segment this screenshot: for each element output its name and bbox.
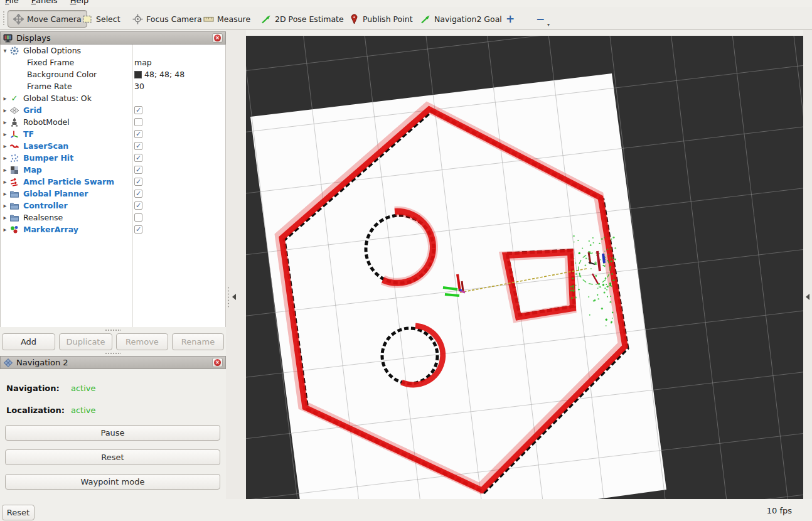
navigation-status-value: active: [71, 384, 96, 393]
localization-status-label: Localization:: [6, 406, 65, 415]
row-global-planner[interactable]: ▸ Global Planner ✓: [1, 188, 225, 200]
splitter-dots: [227, 286, 230, 309]
row-controller[interactable]: ▸ Controller ✓: [1, 200, 225, 212]
collapse-right-icon[interactable]: [806, 294, 809, 300]
navigation2-panel-title: Navigation 2: [16, 358, 68, 367]
expand-arrow-icon[interactable]: ▸: [1, 131, 9, 137]
collapse-arrow-icon[interactable]: ▾: [1, 47, 9, 54]
check-icon: ✓: [9, 94, 19, 104]
visibility-checkbox[interactable]: [134, 118, 142, 126]
expand-arrow-icon[interactable]: ▸: [1, 154, 9, 161]
tool-measure[interactable]: Measure: [203, 10, 250, 28]
menu-bar: File Panels Help: [0, 0, 812, 7]
waypoint-mode-button[interactable]: Waypoint mode: [5, 474, 220, 490]
row-amcl-particle-swarm[interactable]: ▸ Amcl Particle Swarm ✓: [1, 176, 225, 188]
expand-arrow-icon[interactable]: ▸: [1, 202, 9, 209]
visibility-checkbox[interactable]: ✓: [134, 154, 142, 162]
displays-close-button[interactable]: ×: [212, 33, 223, 43]
expand-arrow-icon[interactable]: ▸: [1, 166, 9, 173]
expand-arrow-icon[interactable]: ▸: [1, 95, 9, 102]
toolbar: Move Camera Select Focus Camera Measure …: [0, 7, 812, 30]
tool-publish-point[interactable]: Publish Point: [349, 10, 413, 28]
navigation2-close-button[interactable]: ×: [212, 358, 223, 367]
remove-display-button[interactable]: Remove: [116, 333, 168, 350]
row-robotmodel[interactable]: ▸ RobotModel: [1, 116, 225, 128]
gear-icon: [9, 46, 19, 56]
add-tool-button[interactable]: +: [506, 10, 515, 28]
select-icon: [82, 14, 93, 24]
right-splitter[interactable]: [803, 30, 812, 499]
background-color-value[interactable]: 48; 48; 48: [134, 68, 184, 80]
plus-icon: +: [506, 13, 515, 25]
expand-arrow-icon[interactable]: ▸: [1, 178, 9, 185]
row-global-options[interactable]: ▾ Global Options: [1, 45, 225, 56]
pause-button[interactable]: Pause: [5, 425, 220, 441]
publish-point-pin-icon: [349, 14, 360, 24]
nav-reset-button[interactable]: Reset: [5, 449, 220, 465]
row-background-color[interactable]: Background Color 48; 48; 48: [1, 68, 225, 80]
row-fixed-frame[interactable]: Fixed Frame map: [1, 56, 225, 68]
row-global-status[interactable]: ▸ ✓ Global Status: Ok: [1, 92, 225, 104]
expand-arrow-icon[interactable]: ▸: [1, 142, 9, 149]
row-tf[interactable]: ▸ TF ✓: [1, 128, 225, 140]
visibility-checkbox[interactable]: ✓: [134, 190, 142, 198]
expand-arrow-icon[interactable]: ▸: [1, 226, 9, 233]
folder-icon: [9, 201, 19, 211]
expand-arrow-icon[interactable]: ▸: [1, 119, 9, 126]
collapse-left-icon[interactable]: [232, 294, 236, 300]
visibility-checkbox[interactable]: ✓: [134, 225, 142, 234]
row-laserscan[interactable]: ▸ LaserScan ✓: [1, 140, 225, 152]
tool-navigation2-goal[interactable]: Navigation2 Goal: [420, 10, 502, 28]
view-reset-button[interactable]: Reset: [2, 505, 35, 520]
row-bumper-hit[interactable]: ▸ Bumper Hit ✓: [1, 152, 225, 164]
folder-icon: [9, 213, 19, 223]
navigation2-diamond-icon: [3, 358, 13, 368]
panel-splitter[interactable]: [226, 30, 246, 499]
navigation-status-label: Navigation:: [6, 384, 60, 393]
duplicate-display-button[interactable]: Duplicate: [59, 333, 112, 350]
row-markerarray[interactable]: ▸ MarkerArray ✓: [1, 223, 225, 235]
displays-panel-title: Displays: [16, 33, 51, 43]
move-camera-icon: [13, 14, 24, 24]
displays-panel-header[interactable]: Displays ×: [0, 31, 226, 45]
rename-display-button[interactable]: Rename: [172, 333, 224, 350]
visibility-checkbox[interactable]: ✓: [134, 178, 142, 186]
add-display-button[interactable]: Add: [2, 333, 55, 350]
visibility-checkbox[interactable]: ✓: [134, 201, 142, 210]
visibility-checkbox[interactable]: [134, 213, 142, 222]
pose-arrow-icon: [261, 14, 272, 24]
points-icon: [9, 153, 19, 163]
focus-camera-icon: [132, 14, 143, 24]
row-map[interactable]: ▸ Map ✓: [1, 164, 225, 176]
tool-2d-pose-estimate[interactable]: 2D Pose Estimate: [261, 10, 344, 28]
expand-arrow-icon[interactable]: ▸: [1, 107, 9, 114]
row-realsense[interactable]: ▸ Realsense: [1, 212, 225, 223]
visibility-checkbox[interactable]: ✓: [134, 142, 142, 150]
fixed-frame-value[interactable]: map: [134, 56, 152, 68]
3d-viewport[interactable]: [246, 36, 803, 499]
menu-file[interactable]: File: [4, 0, 20, 5]
map-icon: [9, 165, 19, 175]
grid-icon: [9, 105, 19, 115]
tool-move-camera[interactable]: Move Camera: [8, 10, 87, 28]
expand-arrow-icon[interactable]: ▸: [1, 214, 9, 221]
tool-focus-camera[interactable]: Focus Camera: [132, 10, 202, 28]
displays-tree: ▾ Global Options Fixed Frame map Backgro…: [0, 45, 226, 327]
toolbar-drag-handle[interactable]: [3, 11, 6, 26]
splitter-handle[interactable]: [105, 329, 121, 331]
frame-rate-value[interactable]: 30: [134, 80, 144, 92]
splitter-handle[interactable]: [105, 352, 121, 355]
tool-select[interactable]: Select: [82, 10, 120, 28]
remove-tool-button[interactable]: −: [536, 10, 545, 28]
row-grid[interactable]: ▸ Grid ✓: [1, 104, 225, 116]
close-icon: ×: [214, 359, 221, 366]
menu-help[interactable]: Help: [69, 0, 90, 5]
visibility-checkbox[interactable]: ✓: [134, 166, 142, 174]
row-frame-rate[interactable]: Frame Rate 30: [1, 80, 225, 92]
visibility-checkbox[interactable]: ✓: [134, 106, 142, 114]
visibility-checkbox[interactable]: ✓: [134, 130, 142, 138]
navigation2-panel-header[interactable]: Navigation 2 ×: [0, 356, 226, 369]
expand-arrow-icon[interactable]: ▸: [1, 190, 9, 197]
toolbar-overflow-chevron-icon[interactable]: ▾: [547, 22, 550, 28]
menu-panels[interactable]: Panels: [30, 0, 59, 5]
